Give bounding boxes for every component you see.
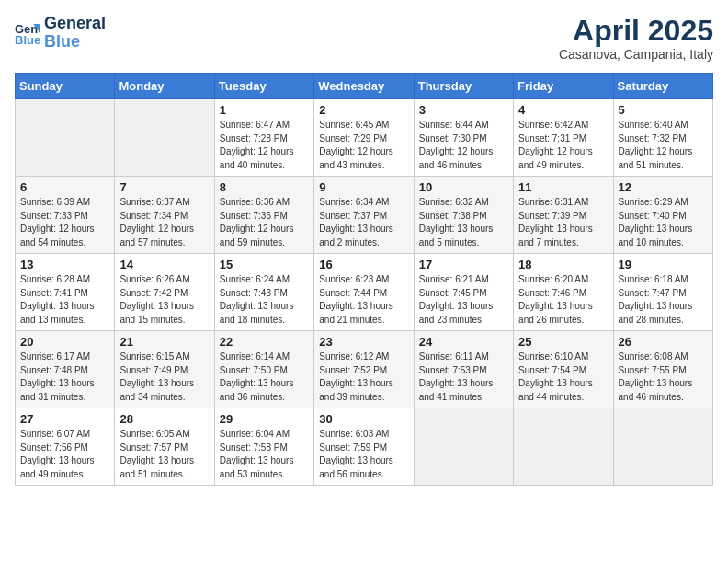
day-info: Sunrise: 6:15 AMSunset: 7:49 PMDaylight:… [119,350,209,404]
day-number: 1 [220,103,309,117]
day-number: 3 [419,103,508,117]
calendar-cell: 26Sunrise: 6:08 AMSunset: 7:55 PMDayligh… [613,331,712,408]
calendar-header: SundayMondayTuesdayWednesdayThursdayFrid… [16,74,713,99]
day-info: Sunrise: 6:23 AMSunset: 7:44 PMDaylight:… [319,273,408,327]
day-info: Sunrise: 6:28 AMSunset: 7:41 PMDaylight:… [20,273,109,327]
calendar-cell: 12Sunrise: 6:29 AMSunset: 7:40 PMDayligh… [613,177,712,254]
calendar-cell: 14Sunrise: 6:26 AMSunset: 7:42 PMDayligh… [115,254,214,331]
day-number: 30 [319,412,408,426]
day-info: Sunrise: 6:18 AMSunset: 7:47 PMDaylight:… [619,273,708,327]
day-number: 21 [119,335,209,349]
day-number: 14 [119,258,209,271]
day-info: Sunrise: 6:14 AMSunset: 7:50 PMDaylight:… [220,350,309,404]
day-number: 6 [20,180,109,194]
calendar-cell: 17Sunrise: 6:21 AMSunset: 7:45 PMDayligh… [414,254,513,331]
day-number: 17 [419,258,508,271]
day-info: Sunrise: 6:45 AMSunset: 7:29 PMDaylight:… [319,119,408,172]
day-info: Sunrise: 6:07 AMSunset: 7:56 PMDaylight:… [20,428,109,481]
title-block: April 2025 Casanova, Campania, Italy [559,15,713,62]
weekday-header-saturday: Saturday [613,74,712,99]
calendar-cell: 7Sunrise: 6:37 AMSunset: 7:34 PMDaylight… [115,177,214,254]
calendar-cell: 4Sunrise: 6:42 AMSunset: 7:31 PMDaylight… [514,99,613,177]
calendar-cell: 8Sunrise: 6:36 AMSunset: 7:36 PMDaylight… [214,177,313,254]
day-info: Sunrise: 6:17 AMSunset: 7:48 PMDaylight:… [20,350,109,404]
logo-icon: General Blue [15,20,40,46]
weekday-header-tuesday: Tuesday [214,74,313,99]
calendar-cell: 24Sunrise: 6:11 AMSunset: 7:53 PMDayligh… [414,331,513,408]
day-info: Sunrise: 6:42 AMSunset: 7:31 PMDaylight:… [518,119,608,172]
day-number: 27 [20,412,109,426]
calendar-cell: 13Sunrise: 6:28 AMSunset: 7:41 PMDayligh… [16,254,115,331]
day-number: 28 [119,412,209,426]
calendar-cell [613,408,712,486]
day-info: Sunrise: 6:08 AMSunset: 7:55 PMDaylight:… [619,350,708,404]
day-number: 5 [619,103,708,117]
day-number: 18 [518,258,608,271]
svg-text:Blue: Blue [15,33,40,46]
day-info: Sunrise: 6:40 AMSunset: 7:32 PMDaylight:… [619,119,708,172]
day-number: 7 [119,180,209,194]
day-info: Sunrise: 6:32 AMSunset: 7:38 PMDaylight:… [419,196,508,249]
calendar-cell: 3Sunrise: 6:44 AMSunset: 7:30 PMDaylight… [414,99,513,177]
day-number: 20 [20,335,109,349]
day-number: 29 [220,412,309,426]
calendar-cell: 20Sunrise: 6:17 AMSunset: 7:48 PMDayligh… [16,331,115,408]
calendar-table: SundayMondayTuesdayWednesdayThursdayFrid… [15,73,713,486]
day-number: 23 [319,335,408,349]
day-number: 13 [20,258,109,271]
calendar-body: 1Sunrise: 6:47 AMSunset: 7:28 PMDaylight… [16,99,713,486]
calendar-week-4: 20Sunrise: 6:17 AMSunset: 7:48 PMDayligh… [16,331,713,408]
day-number: 9 [319,180,408,194]
calendar-cell: 5Sunrise: 6:40 AMSunset: 7:32 PMDaylight… [613,99,712,177]
calendar-cell: 2Sunrise: 6:45 AMSunset: 7:29 PMDaylight… [314,99,414,177]
day-number: 4 [518,103,608,117]
day-info: Sunrise: 6:03 AMSunset: 7:59 PMDaylight:… [319,428,408,481]
day-info: Sunrise: 6:11 AMSunset: 7:53 PMDaylight:… [419,350,508,404]
calendar-cell: 6Sunrise: 6:39 AMSunset: 7:33 PMDaylight… [16,177,115,254]
calendar-cell: 28Sunrise: 6:05 AMSunset: 7:57 PMDayligh… [115,408,214,486]
day-number: 16 [319,258,408,271]
day-number: 12 [619,180,708,194]
month-title: April 2025 [559,15,713,47]
calendar-week-1: 1Sunrise: 6:47 AMSunset: 7:28 PMDaylight… [16,99,713,177]
weekday-header-friday: Friday [514,74,613,99]
day-info: Sunrise: 6:10 AMSunset: 7:54 PMDaylight:… [518,350,608,404]
weekday-header-wednesday: Wednesday [314,74,414,99]
calendar-cell: 22Sunrise: 6:14 AMSunset: 7:50 PMDayligh… [214,331,313,408]
calendar-cell [514,408,613,486]
logo-text: General Blue [44,15,106,52]
calendar-cell [115,99,214,177]
calendar-cell: 15Sunrise: 6:24 AMSunset: 7:43 PMDayligh… [214,254,313,331]
calendar-cell: 16Sunrise: 6:23 AMSunset: 7:44 PMDayligh… [314,254,414,331]
calendar-cell: 18Sunrise: 6:20 AMSunset: 7:46 PMDayligh… [514,254,613,331]
day-info: Sunrise: 6:21 AMSunset: 7:45 PMDaylight:… [419,273,508,327]
day-info: Sunrise: 6:39 AMSunset: 7:33 PMDaylight:… [20,196,109,249]
day-number: 19 [619,258,708,271]
calendar-cell: 27Sunrise: 6:07 AMSunset: 7:56 PMDayligh… [16,408,115,486]
day-number: 22 [220,335,309,349]
day-number: 15 [220,258,309,271]
day-number: 10 [419,180,508,194]
day-info: Sunrise: 6:24 AMSunset: 7:43 PMDaylight:… [220,273,309,327]
calendar-cell: 23Sunrise: 6:12 AMSunset: 7:52 PMDayligh… [314,331,414,408]
day-info: Sunrise: 6:29 AMSunset: 7:40 PMDaylight:… [619,196,708,249]
calendar-cell [16,99,115,177]
calendar-cell: 19Sunrise: 6:18 AMSunset: 7:47 PMDayligh… [613,254,712,331]
weekday-row: SundayMondayTuesdayWednesdayThursdayFrid… [16,74,713,99]
day-info: Sunrise: 6:36 AMSunset: 7:36 PMDaylight:… [220,196,309,249]
page-header: General Blue General Blue April 2025 Cas… [15,15,713,62]
day-info: Sunrise: 6:12 AMSunset: 7:52 PMDaylight:… [319,350,408,404]
day-number: 24 [419,335,508,349]
day-info: Sunrise: 6:47 AMSunset: 7:28 PMDaylight:… [220,119,309,172]
weekday-header-thursday: Thursday [414,74,513,99]
weekday-header-monday: Monday [115,74,214,99]
calendar-cell: 29Sunrise: 6:04 AMSunset: 7:58 PMDayligh… [214,408,313,486]
calendar-cell: 1Sunrise: 6:47 AMSunset: 7:28 PMDaylight… [214,99,313,177]
calendar-cell: 30Sunrise: 6:03 AMSunset: 7:59 PMDayligh… [314,408,414,486]
day-info: Sunrise: 6:37 AMSunset: 7:34 PMDaylight:… [119,196,209,249]
day-info: Sunrise: 6:34 AMSunset: 7:37 PMDaylight:… [319,196,408,249]
day-number: 8 [220,180,309,194]
day-info: Sunrise: 6:05 AMSunset: 7:57 PMDaylight:… [119,428,209,481]
day-info: Sunrise: 6:44 AMSunset: 7:30 PMDaylight:… [419,119,508,172]
day-info: Sunrise: 6:26 AMSunset: 7:42 PMDaylight:… [119,273,209,327]
